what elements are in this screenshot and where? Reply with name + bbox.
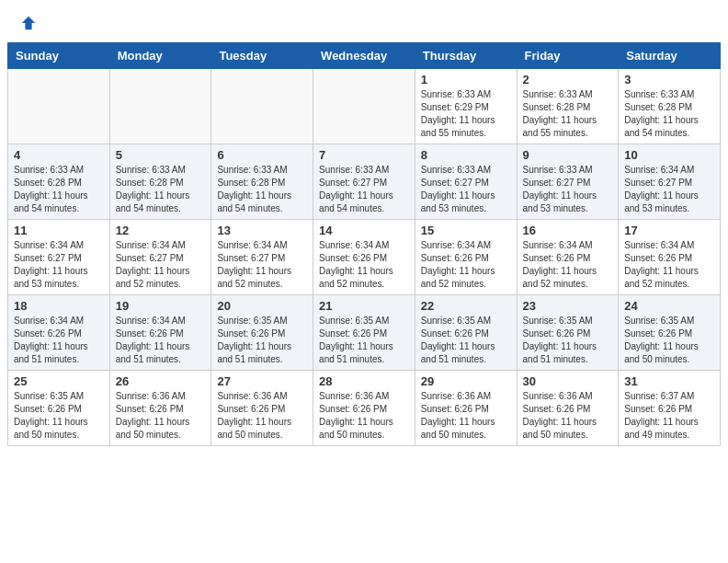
day-number: 31 [624, 374, 714, 388]
weekday-header-sunday: Sunday [8, 43, 110, 69]
calendar-cell: 28Sunrise: 6:36 AMSunset: 6:26 PMDayligh… [313, 371, 415, 446]
calendar-cell: 6Sunrise: 6:33 AMSunset: 6:28 PMDaylight… [211, 144, 313, 220]
calendar-table: SundayMondayTuesdayWednesdayThursdayFrid… [7, 42, 721, 446]
calendar-cell: 4Sunrise: 6:33 AMSunset: 6:28 PMDaylight… [8, 144, 110, 220]
day-info: Sunrise: 6:34 AMSunset: 6:27 PMDaylight:… [624, 164, 714, 215]
calendar-cell: 29Sunrise: 6:36 AMSunset: 6:26 PMDayligh… [415, 371, 517, 446]
calendar-cell [109, 69, 211, 144]
weekday-header-friday: Friday [517, 43, 619, 69]
calendar-cell: 7Sunrise: 6:33 AMSunset: 6:27 PMDaylight… [313, 144, 415, 220]
day-number: 8 [421, 148, 511, 162]
day-info: Sunrise: 6:34 AMSunset: 6:27 PMDaylight:… [14, 239, 104, 291]
weekday-header-tuesday: Tuesday [211, 43, 313, 69]
day-number: 21 [319, 299, 409, 313]
day-number: 12 [116, 224, 206, 237]
calendar-cell: 11Sunrise: 6:34 AMSunset: 6:27 PMDayligh… [8, 220, 110, 295]
day-info: Sunrise: 6:33 AMSunset: 6:29 PMDaylight:… [421, 88, 511, 140]
calendar-cell: 24Sunrise: 6:35 AMSunset: 6:26 PMDayligh… [619, 295, 721, 371]
day-number: 1 [421, 73, 511, 86]
day-info: Sunrise: 6:34 AMSunset: 6:26 PMDaylight:… [523, 239, 613, 291]
weekday-header-row: SundayMondayTuesdayWednesdayThursdayFrid… [8, 43, 721, 69]
calendar-cell: 31Sunrise: 6:37 AMSunset: 6:26 PMDayligh… [619, 371, 721, 446]
day-number: 15 [421, 224, 511, 237]
calendar-week-row: 18Sunrise: 6:34 AMSunset: 6:26 PMDayligh… [8, 295, 721, 371]
day-info: Sunrise: 6:36 AMSunset: 6:26 PMDaylight:… [217, 390, 307, 442]
day-number: 20 [217, 299, 307, 313]
calendar-cell: 10Sunrise: 6:34 AMSunset: 6:27 PMDayligh… [619, 144, 721, 220]
calendar-cell: 13Sunrise: 6:34 AMSunset: 6:27 PMDayligh… [211, 220, 313, 295]
day-number: 7 [319, 148, 409, 162]
day-info: Sunrise: 6:34 AMSunset: 6:26 PMDaylight:… [319, 239, 409, 291]
day-info: Sunrise: 6:33 AMSunset: 6:28 PMDaylight:… [14, 164, 104, 215]
day-info: Sunrise: 6:33 AMSunset: 6:27 PMDaylight:… [319, 164, 409, 215]
calendar-cell: 23Sunrise: 6:35 AMSunset: 6:26 PMDayligh… [517, 295, 619, 371]
calendar-cell: 27Sunrise: 6:36 AMSunset: 6:26 PMDayligh… [211, 371, 313, 446]
calendar-cell: 15Sunrise: 6:34 AMSunset: 6:26 PMDayligh… [415, 220, 517, 295]
logo-icon [20, 15, 37, 31]
calendar-cell: 2Sunrise: 6:33 AMSunset: 6:28 PMDaylight… [517, 69, 619, 144]
day-info: Sunrise: 6:35 AMSunset: 6:26 PMDaylight:… [319, 315, 409, 366]
day-number: 11 [14, 224, 104, 237]
calendar-cell: 16Sunrise: 6:34 AMSunset: 6:26 PMDayligh… [517, 220, 619, 295]
day-info: Sunrise: 6:33 AMSunset: 6:27 PMDaylight:… [523, 164, 613, 215]
day-info: Sunrise: 6:37 AMSunset: 6:26 PMDaylight:… [624, 390, 714, 442]
day-info: Sunrise: 6:33 AMSunset: 6:28 PMDaylight:… [523, 88, 613, 140]
calendar-week-row: 1Sunrise: 6:33 AMSunset: 6:29 PMDaylight… [8, 69, 721, 144]
calendar-week-row: 4Sunrise: 6:33 AMSunset: 6:28 PMDaylight… [8, 144, 721, 220]
day-info: Sunrise: 6:35 AMSunset: 6:26 PMDaylight:… [421, 315, 511, 366]
day-number: 18 [14, 299, 104, 313]
day-number: 10 [624, 148, 714, 162]
day-number: 23 [523, 299, 613, 313]
day-info: Sunrise: 6:34 AMSunset: 6:26 PMDaylight:… [116, 315, 206, 366]
day-info: Sunrise: 6:36 AMSunset: 6:26 PMDaylight:… [523, 390, 613, 442]
weekday-header-monday: Monday [109, 43, 211, 69]
day-info: Sunrise: 6:35 AMSunset: 6:26 PMDaylight:… [14, 390, 104, 442]
page-header [0, 0, 728, 35]
day-info: Sunrise: 6:35 AMSunset: 6:26 PMDaylight:… [523, 315, 613, 366]
calendar-cell: 3Sunrise: 6:33 AMSunset: 6:28 PMDaylight… [619, 69, 721, 144]
calendar-cell: 21Sunrise: 6:35 AMSunset: 6:26 PMDayligh… [313, 295, 415, 371]
day-number: 6 [217, 148, 307, 162]
day-info: Sunrise: 6:33 AMSunset: 6:28 PMDaylight:… [116, 164, 206, 215]
day-number: 13 [217, 224, 307, 237]
day-number: 4 [14, 148, 104, 162]
weekday-header-saturday: Saturday [619, 43, 721, 69]
day-number: 29 [421, 374, 511, 388]
calendar-cell: 1Sunrise: 6:33 AMSunset: 6:29 PMDaylight… [415, 69, 517, 144]
day-info: Sunrise: 6:34 AMSunset: 6:26 PMDaylight:… [624, 239, 714, 291]
day-info: Sunrise: 6:36 AMSunset: 6:26 PMDaylight:… [421, 390, 511, 442]
calendar-cell: 9Sunrise: 6:33 AMSunset: 6:27 PMDaylight… [517, 144, 619, 220]
weekday-header-thursday: Thursday [415, 43, 517, 69]
calendar-cell: 12Sunrise: 6:34 AMSunset: 6:27 PMDayligh… [109, 220, 211, 295]
day-number: 28 [319, 374, 409, 388]
calendar-cell: 25Sunrise: 6:35 AMSunset: 6:26 PMDayligh… [8, 371, 110, 446]
calendar-cell: 30Sunrise: 6:36 AMSunset: 6:26 PMDayligh… [517, 371, 619, 446]
day-number: 27 [217, 374, 307, 388]
calendar-cell: 18Sunrise: 6:34 AMSunset: 6:26 PMDayligh… [8, 295, 110, 371]
day-info: Sunrise: 6:33 AMSunset: 6:28 PMDaylight:… [217, 164, 307, 215]
calendar-cell [8, 69, 110, 144]
day-number: 3 [624, 73, 714, 86]
day-info: Sunrise: 6:33 AMSunset: 6:27 PMDaylight:… [421, 164, 511, 215]
day-info: Sunrise: 6:36 AMSunset: 6:26 PMDaylight:… [319, 390, 409, 442]
calendar-cell: 20Sunrise: 6:35 AMSunset: 6:26 PMDayligh… [211, 295, 313, 371]
day-info: Sunrise: 6:34 AMSunset: 6:27 PMDaylight:… [217, 239, 307, 291]
day-number: 2 [523, 73, 613, 86]
day-info: Sunrise: 6:33 AMSunset: 6:28 PMDaylight:… [624, 88, 714, 140]
calendar-cell: 8Sunrise: 6:33 AMSunset: 6:27 PMDaylight… [415, 144, 517, 220]
weekday-header-wednesday: Wednesday [313, 43, 415, 69]
day-info: Sunrise: 6:34 AMSunset: 6:26 PMDaylight:… [14, 315, 104, 366]
day-number: 30 [523, 374, 613, 388]
svg-marker-0 [22, 17, 35, 29]
day-info: Sunrise: 6:34 AMSunset: 6:27 PMDaylight:… [116, 239, 206, 291]
day-info: Sunrise: 6:35 AMSunset: 6:26 PMDaylight:… [624, 315, 714, 366]
calendar-cell [313, 69, 415, 144]
day-number: 9 [523, 148, 613, 162]
day-number: 16 [523, 224, 613, 237]
day-number: 25 [14, 374, 104, 388]
calendar-cell: 5Sunrise: 6:33 AMSunset: 6:28 PMDaylight… [109, 144, 211, 220]
calendar-cell: 22Sunrise: 6:35 AMSunset: 6:26 PMDayligh… [415, 295, 517, 371]
calendar-cell: 19Sunrise: 6:34 AMSunset: 6:26 PMDayligh… [109, 295, 211, 371]
calendar-week-row: 25Sunrise: 6:35 AMSunset: 6:26 PMDayligh… [8, 371, 721, 446]
day-number: 26 [116, 374, 206, 388]
